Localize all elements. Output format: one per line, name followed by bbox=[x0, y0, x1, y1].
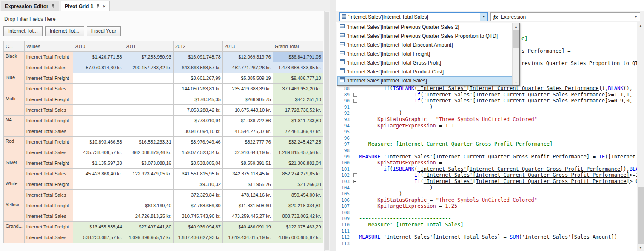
pivot-measure-label[interactable]: Internet Total Freight bbox=[24, 52, 73, 62]
pin-icon[interactable] bbox=[51, 4, 55, 9]
pivot-cell[interactable]: 478.124,16 kr. bbox=[222, 190, 273, 200]
code-line[interactable]: 95 bbox=[336, 129, 637, 135]
pivot-cell[interactable]: 662.088.879,46 kr. bbox=[124, 147, 173, 158]
pivot-total-cell[interactable]: 4.895.000.685,87 kr. bbox=[273, 232, 323, 243]
pivot-measure-label[interactable]: Internet Total Sales bbox=[24, 211, 73, 222]
pivot-total-cell[interactable]: $21.306.882,04 bbox=[273, 158, 323, 169]
pivot-cell[interactable] bbox=[124, 126, 173, 137]
code-line[interactable]: 98 bbox=[336, 147, 637, 154]
pivot-cell[interactable]: 290.157.783,42 kr. bbox=[124, 62, 173, 73]
pivot-total-cell[interactable]: 17.728.736,52 kr. bbox=[273, 105, 323, 116]
pivot-cell[interactable]: 45.423.866,40 kr. bbox=[73, 169, 124, 179]
measure-selector-combo[interactable]: 'Internet Sales'[Internet Total Sales] ▼ bbox=[339, 12, 488, 21]
code-line[interactable]: 113 bbox=[336, 240, 637, 247]
pivot-measure-label[interactable]: Internet Total Sales bbox=[24, 105, 73, 116]
pivot-total-cell[interactable]: 1.473.668.433,85 kr. bbox=[273, 62, 323, 73]
code-line[interactable]: 106 KpiStatusGraphic = "Three Symbols Un… bbox=[336, 197, 637, 203]
pivot-total-cell[interactable]: 72.461.369,47 kr. bbox=[273, 126, 323, 137]
dropdown-item[interactable]: 'Internet Sales'[Internet Total Product … bbox=[337, 68, 512, 76]
pivot-cell[interactable]: 538.233.087,57 kr. bbox=[73, 232, 124, 243]
dropdown-item[interactable]: 'Internet Sales'[Internet Previous Quart… bbox=[337, 23, 512, 32]
pivot-cell[interactable]: $266.905,75 bbox=[222, 94, 273, 105]
scrollbar-thumb[interactable] bbox=[325, 12, 329, 250]
pivot-cell[interactable]: $8.538.805,04 bbox=[173, 158, 222, 169]
pivot-cell[interactable]: $40.936.094,87 bbox=[173, 222, 222, 232]
dropdown-scrollbar[interactable]: ▲ ▼ bbox=[512, 23, 519, 85]
tab-pivot-grid[interactable]: Pivot Grid 1 ✕ bbox=[61, 1, 110, 12]
pivot-cell[interactable]: 57.070.814,60 kr. bbox=[73, 62, 124, 73]
code-line[interactable]: 107 KpiTargetExpression = 1.25 bbox=[336, 203, 637, 209]
pivot-measure-label[interactable]: Internet Total Sales bbox=[24, 126, 73, 137]
code-line[interactable]: 93 KpiStatusGraphic = "Three Symbols UnC… bbox=[336, 116, 637, 123]
pivot-total-cell[interactable]: $1.811.733,80 bbox=[273, 116, 323, 126]
pivot-cell[interactable]: $7.253.950,93 bbox=[124, 52, 173, 62]
pivot-measure-label[interactable]: Internet Total Freight bbox=[24, 73, 73, 84]
pivot-cell[interactable]: $822.777,76 bbox=[222, 137, 273, 147]
pivot-cell[interactable] bbox=[124, 190, 173, 200]
code-line[interactable]: 111 bbox=[336, 228, 637, 234]
pivot-measure-label[interactable]: Internet Total Freight bbox=[24, 94, 73, 105]
pivot-row-group-label[interactable]: Yellow bbox=[4, 200, 25, 222]
pivot-cell[interactable]: $8.559.391,51 bbox=[222, 158, 273, 169]
scroll-up-icon[interactable]: ▲ bbox=[637, 22, 644, 29]
pivot-cell[interactable]: 7.053.288,42 kr. bbox=[173, 105, 222, 116]
panel-splitter[interactable] bbox=[330, 0, 336, 251]
pivot-cell[interactable] bbox=[73, 94, 124, 105]
pivot-cell[interactable]: 435.738.406,57 kr. bbox=[73, 147, 124, 158]
pivot-measure-label[interactable]: Internet Total Freight bbox=[24, 137, 73, 147]
pivot-row-group-label[interactable]: Silver bbox=[4, 158, 25, 179]
pivot-header-2012[interactable]: 2012 bbox=[173, 41, 222, 52]
pivot-cell[interactable]: $618.169,40 bbox=[124, 200, 173, 211]
pivot-total-cell[interactable]: 1.289.815.457,56 kr. bbox=[273, 147, 323, 158]
pivot-cell[interactable] bbox=[73, 200, 124, 211]
pivot-cell[interactable]: 643.668.568,57 kr. bbox=[173, 62, 222, 73]
pivot-header-values[interactable]: Values bbox=[24, 41, 73, 52]
pivot-cell[interactable]: $40.486.091,19 bbox=[222, 222, 273, 232]
fold-toggle-icon[interactable] bbox=[353, 180, 357, 183]
pivot-measure-label[interactable]: Internet Total Sales bbox=[24, 62, 73, 73]
pivot-cell[interactable] bbox=[124, 73, 173, 84]
pivot-cell[interactable]: 10.675.448,10 kr. bbox=[222, 105, 273, 116]
pivot-measure-label[interactable]: Internet Total Freight bbox=[24, 158, 73, 169]
pivot-cell[interactable]: 372.329,84 kr. bbox=[173, 190, 222, 200]
pivot-cell[interactable]: 41.544.275,37 kr. bbox=[222, 126, 273, 137]
pivot-cell[interactable]: 1.637.436.627,93 kr. bbox=[173, 232, 222, 243]
editor-vertical-scrollbar[interactable]: ▲ ▼ bbox=[637, 22, 644, 251]
pivot-total-cell[interactable]: $36.841.791,05 bbox=[273, 52, 323, 62]
code-line[interactable]: 102 If('Internet Sales'[Internet Current… bbox=[336, 172, 637, 178]
scrollbar-thumb[interactable] bbox=[513, 30, 519, 48]
pivot-measure-label[interactable]: Internet Total Freight bbox=[24, 116, 73, 126]
code-fragment[interactable]: s Performance] = bbox=[521, 48, 571, 54]
pivot-cell[interactable]: $3.073.088,16 bbox=[124, 158, 173, 169]
pivot-measure-label[interactable]: Internet Total Freight bbox=[24, 222, 73, 232]
pivot-measure-label[interactable]: Internet Total Sales bbox=[24, 190, 73, 200]
pivot-cell[interactable] bbox=[73, 116, 124, 126]
pivot-total-cell[interactable]: 808.732.002,42 kr. bbox=[273, 211, 323, 222]
pivot-total-cell[interactable]: $20.218.334,81 bbox=[273, 200, 323, 211]
code-line[interactable]: 110-- Measure: [Internet Total Sales] bbox=[336, 222, 637, 228]
pivot-cell[interactable]: $773.010,94 bbox=[173, 116, 222, 126]
pivot-cell[interactable]: 1.099.896.955,17 kr. bbox=[124, 232, 173, 243]
pivot-cell[interactable]: $13.455.835,44 bbox=[73, 222, 124, 232]
code-line[interactable]: 101 if(ISBLANK('Internet Sales'[Internet… bbox=[336, 166, 637, 172]
pivot-total-cell[interactable]: 852.274.279,85 kr. bbox=[273, 169, 323, 179]
pivot-row-group-label[interactable]: Multi bbox=[4, 94, 25, 116]
code-line[interactable]: 97-- Measure: [Internet Current Quarter … bbox=[336, 141, 637, 147]
pivot-measure-label[interactable]: Internet Total Sales bbox=[24, 232, 73, 243]
code-line[interactable]: 89 If('Internet Sales'[Internet Current … bbox=[336, 92, 637, 98]
code-line[interactable]: 108 bbox=[336, 209, 637, 216]
code-line[interactable]: 104 ) bbox=[336, 185, 637, 191]
pivot-total-cell[interactable]: $443.251,10 bbox=[273, 94, 323, 105]
code-fragment[interactable]: e] bbox=[521, 36, 527, 42]
pivot-cell[interactable]: $3.976.949,46 bbox=[173, 137, 222, 147]
code-line[interactable]: 96------------------------------ bbox=[336, 135, 637, 141]
pivot-measure-label[interactable]: Internet Total Freight bbox=[24, 179, 73, 190]
pivot-cell[interactable]: 32.910.648,19 kr. bbox=[222, 147, 273, 158]
measure-combo-dropdown-button[interactable]: ▼ bbox=[480, 13, 487, 21]
code-line[interactable]: 88 if(ISBLANK('Internet Sales'[Internet … bbox=[336, 85, 637, 92]
pivot-cell[interactable] bbox=[73, 84, 124, 94]
pivot-vertical-scrollbar[interactable] bbox=[324, 11, 330, 251]
pivot-cell[interactable] bbox=[73, 105, 124, 116]
pivot-total-cell[interactable]: 850.454,00 kr. bbox=[273, 190, 323, 200]
pivot-cell[interactable]: $27.497.441,80 bbox=[124, 222, 173, 232]
